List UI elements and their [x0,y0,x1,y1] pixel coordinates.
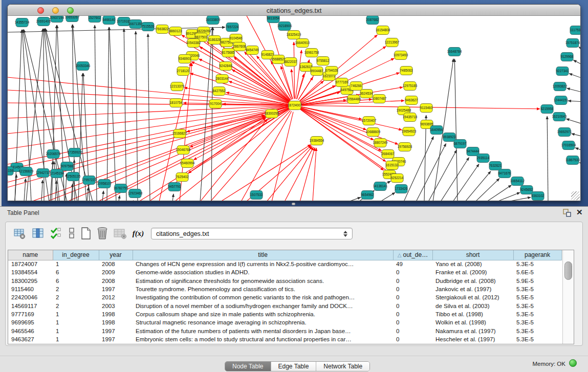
close-panel-icon[interactable]: ✕ [576,208,583,217]
graph-node[interactable]: 14355724 [15,18,30,27]
graph-node[interactable]: 9904487 [311,67,323,76]
graph-node[interactable]: 12156829 [19,167,34,176]
table-cell[interactable]: 5.3E-5 [513,285,561,293]
table-cell[interactable]: de Silva et al. (2003) [432,301,513,310]
column-header-pagerank[interactable]: pagerank [513,250,561,260]
graph-node[interactable]: 2867608 [233,42,246,51]
graph-node[interactable]: 20206576 [46,150,61,159]
table-cell[interactable]: 19384554 [8,268,53,276]
table-cell[interactable]: Yano et al. (2008) [432,260,513,268]
graph-node[interactable]: 19654923 [402,127,417,136]
graph-node[interactable]: 17957223 [82,176,97,185]
graph-node[interactable]: 9457791 [168,183,181,191]
graph-node[interactable]: 12923468 [128,189,143,198]
table-cell[interactable]: 9465546 [8,326,53,335]
table-cell[interactable]: Stergiakouli et al. (2012) [432,293,513,301]
graph-node[interactable]: 9104546 [230,34,243,43]
table-cell[interactable]: 22420046 [8,293,53,301]
table-row[interactable]: 1456911722003Disruption of a novel membe… [8,301,561,310]
table-cell[interactable]: 2012 [99,293,133,301]
table-cell[interactable]: 5.6E-5 [513,268,561,276]
new-table-button[interactable] [79,226,93,240]
graph-node[interactable]: 6794028 [325,67,338,75]
graph-node[interactable]: 18325419 [287,31,301,39]
column-header-short[interactable]: short [432,250,513,260]
graph-node[interactable]: 16640910 [295,39,310,48]
graph-node[interactable]: 746266 [350,82,362,91]
graph-node[interactable]: 7663822 [156,25,169,34]
table-cell[interactable]: Embryonic stem cells: a model to study s… [133,335,393,343]
graph-node[interactable]: 18807249 [373,139,388,147]
delete-table-button[interactable] [96,226,109,240]
table-cell[interactable]: 1997 [99,285,133,293]
graph-node[interactable]: 12093822 [553,82,568,91]
graph-node[interactable]: 19692971 [557,128,572,137]
graph-node[interactable]: 20937194 [50,16,64,23]
table-cell[interactable]: 18300295 [8,277,53,285]
graph-node[interactable]: 9433159 [8,167,14,176]
column-header-in-degree[interactable]: in_degree [53,250,99,260]
table-cell[interactable]: Structural magnetic resonance image aver… [133,318,393,326]
graph-node[interactable]: 1810754 [170,99,183,107]
table-row[interactable]: 1872400712008Changes of HCN gene express… [8,260,561,268]
float-panel-icon[interactable] [563,209,571,217]
table-cell[interactable]: 6 [53,268,99,276]
graph-node[interactable]: 16961758 [304,49,319,57]
graph-node[interactable]: 19218906 [277,22,292,31]
graph-node[interactable]: 12505135 [66,172,81,181]
graph-node[interactable]: 12213967 [385,38,400,47]
table-cell[interactable]: 1 [53,310,99,318]
table-settings-button[interactable] [13,226,26,240]
table-cell[interactable]: 0 [393,277,432,285]
graph-node[interactable]: 15166827 [172,129,187,138]
table-cell[interactable]: Genome-wide association studies in ADHD. [133,268,393,276]
graph-node[interactable]: 9463627 [405,96,418,105]
table-cell[interactable]: Estimation of the future numbers of pati… [133,326,393,335]
graph-node[interactable]: 12444151 [554,96,569,105]
table-cell[interactable]: 14569117 [8,301,53,310]
graph-node[interactable]: 12145194 [50,169,64,178]
table-cell[interactable]: Estimation of significance thresholds fo… [133,277,393,285]
table-cell[interactable]: 0 [393,335,432,343]
table-cell[interactable]: 1 [53,326,99,335]
graph-node[interactable]: 1733426 [395,185,408,193]
graph-node[interactable]: 20564486 [346,95,361,104]
graph-node[interactable]: 7515526 [142,23,155,31]
table-cell[interactable]: 5.3E-5 [513,335,561,343]
network-window-titlebar[interactable]: citations_edges.txt [8,5,580,16]
table-cell[interactable]: Investigating the contribution of common… [133,293,393,301]
graph-node[interactable]: 6466140 [103,16,116,25]
graph-node[interactable]: 9363102 [532,192,545,201]
function-builder-button[interactable]: f(x) [132,226,145,240]
table-row[interactable]: 2242004622012Investigating the contribut… [8,293,561,301]
table-cell[interactable]: 0 [393,293,432,301]
graph-node[interactable]: 15751874 [565,39,580,48]
graph-node[interactable]: 6879197 [454,140,467,148]
row-tools-button[interactable] [65,226,78,240]
graph-node[interactable]: 1527602 [89,16,101,23]
graph-node[interactable]: 18724007 [288,101,302,110]
graph-node[interactable]: 7857224 [226,23,239,32]
table-cell[interactable]: Wolkin et al. (1998) [432,318,513,326]
table-cell[interactable]: 5.3E-5 [513,318,561,326]
graph-node[interactable]: 10973493 [394,51,408,60]
table-cell[interactable]: 18724007 [8,260,53,268]
table-cell[interactable]: Disruption of a novel member of a sodium… [133,301,393,310]
graph-node[interactable]: 7485063 [400,67,413,75]
graph-node[interactable]: 1117536 [570,26,580,35]
select-column-button[interactable] [31,226,45,240]
table-cell[interactable]: 9777169 [8,310,53,318]
graph-node[interactable]: 9755812 [317,57,330,65]
graph-node[interactable]: 16671358 [128,20,143,29]
graph-node[interactable]: 15046768 [176,146,191,155]
column-header-name[interactable]: name [8,250,53,260]
table-cell[interactable]: 9115460 [8,285,53,293]
graph-node[interactable]: 12213379 [170,82,185,91]
graph-node[interactable]: 20053346 [76,62,91,71]
graph-node[interactable]: 9654962 [361,191,374,200]
graph-node[interactable]: 8175685 [222,49,235,57]
match-selection-button[interactable] [49,226,62,240]
graph-node[interactable]: 19756928 [398,143,412,151]
graph-node[interactable]: 8860123 [169,27,182,36]
graph-node[interactable]: 16154808 [376,26,390,35]
